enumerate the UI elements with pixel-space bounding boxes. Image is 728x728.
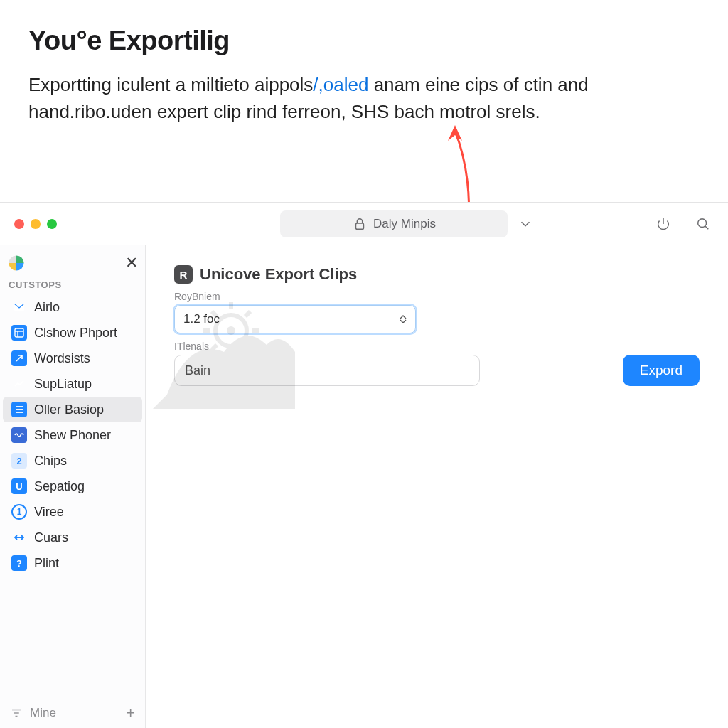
sidebar-footer: Mine + xyxy=(0,697,145,728)
sidebar-item[interactable]: SupLiatup xyxy=(3,371,142,397)
sidebar-item[interactable]: Oller Basiop xyxy=(3,397,142,422)
svg-point-1 xyxy=(698,219,707,228)
sidebar-item-label: Plint xyxy=(34,556,59,571)
grid-icon xyxy=(11,325,27,341)
panel-badge: R xyxy=(174,265,193,284)
stepper-icon[interactable] xyxy=(400,314,407,324)
sidebar-item[interactable]: ?Plint xyxy=(3,550,142,576)
window-close-icon[interactable] xyxy=(14,219,24,229)
question-icon: ? xyxy=(11,555,27,571)
sidebar-section-label: CUTSTOPS xyxy=(0,278,145,294)
sidebar-item[interactable]: 1Viree xyxy=(3,499,142,525)
field1-label: RoyBniem xyxy=(174,291,700,302)
sidebar-item-label: Chips xyxy=(34,454,67,469)
search-icon[interactable] xyxy=(695,216,711,232)
svg-line-2 xyxy=(705,226,708,229)
u-icon: U xyxy=(11,478,27,494)
address-bar[interactable]: Daly Minpis xyxy=(280,210,508,237)
page-description: Exportting iculent a miltieto aippols/,o… xyxy=(28,72,668,125)
sidebar-item-label: Sepatiog xyxy=(34,479,85,494)
num2-icon: 2 xyxy=(11,453,27,469)
field2-label: ITlenals xyxy=(174,341,700,352)
version-select-value: 1.2 foc xyxy=(183,312,220,326)
close-icon[interactable]: ✕ xyxy=(125,254,138,272)
chevron-down-icon[interactable] xyxy=(518,216,533,232)
lock-icon xyxy=(352,216,368,232)
envelope-icon xyxy=(11,299,27,315)
sidebar-item-label: Oller Basiop xyxy=(34,402,104,417)
traffic-lights xyxy=(10,219,57,229)
desc-link[interactable]: /,oaled xyxy=(313,74,368,95)
sidebar-item-label: Airlo xyxy=(34,300,60,315)
sidebar-item[interactable]: USepatiog xyxy=(3,473,142,499)
svg-rect-0 xyxy=(356,223,364,229)
sidebar-item[interactable]: Wordsists xyxy=(3,346,142,371)
window-minimize-icon[interactable] xyxy=(31,219,41,229)
arrow-icon xyxy=(11,350,27,366)
panel-title: Unicove Export Clips xyxy=(200,265,357,284)
page-title: You°e Exportilig xyxy=(28,26,700,56)
sidebar-item-label: Cuars xyxy=(34,530,68,545)
sidebar-item[interactable]: Airlo xyxy=(3,294,142,320)
lines-icon xyxy=(11,402,27,417)
sidebar-item-label: Wordsists xyxy=(34,351,90,366)
sidebar-item-label: Clshow Phport xyxy=(34,326,117,341)
arrows-icon xyxy=(11,530,27,545)
sidebar-item[interactable]: Cuars xyxy=(3,525,142,550)
filter-icon xyxy=(10,707,23,719)
export-button[interactable]: Expord xyxy=(623,355,700,386)
version-select[interactable]: 1.2 foc xyxy=(174,305,416,333)
main-panel: R Unicove Export Clips RoyBniem 1.2 foc … xyxy=(146,245,728,728)
sidebar-item-label: Viree xyxy=(34,505,64,520)
chart-icon xyxy=(11,376,27,392)
name-input[interactable] xyxy=(174,355,480,386)
address-text: Daly Minpis xyxy=(373,217,436,231)
sidebar-item-label: SupLiatup xyxy=(34,377,92,392)
power-icon[interactable] xyxy=(655,216,671,232)
svg-rect-4 xyxy=(15,328,23,337)
sidebar-item[interactable]: Shew Phoner xyxy=(3,422,142,448)
wave-icon xyxy=(11,427,27,443)
circle1-icon: 1 xyxy=(11,504,27,520)
app-logo-icon xyxy=(7,254,26,272)
app-window: Daly Minpis ✕ CUTSTOPS AirloClshow Phpor… xyxy=(0,202,728,728)
sidebar-footer-label[interactable]: Mine xyxy=(30,706,56,720)
window-maximize-icon[interactable] xyxy=(47,219,57,229)
desc-text-before: Exportting iculent a miltieto aippols xyxy=(28,74,313,95)
window-toolbar: Daly Minpis xyxy=(0,203,728,245)
add-button[interactable]: + xyxy=(126,704,135,722)
sidebar-item-label: Shew Phoner xyxy=(34,428,111,443)
sidebar-item[interactable]: 2Chips xyxy=(3,448,142,473)
sidebar: ✕ CUTSTOPS AirloClshow PhportWordsistsSu… xyxy=(0,245,146,728)
sidebar-item[interactable]: Clshow Phport xyxy=(3,320,142,346)
